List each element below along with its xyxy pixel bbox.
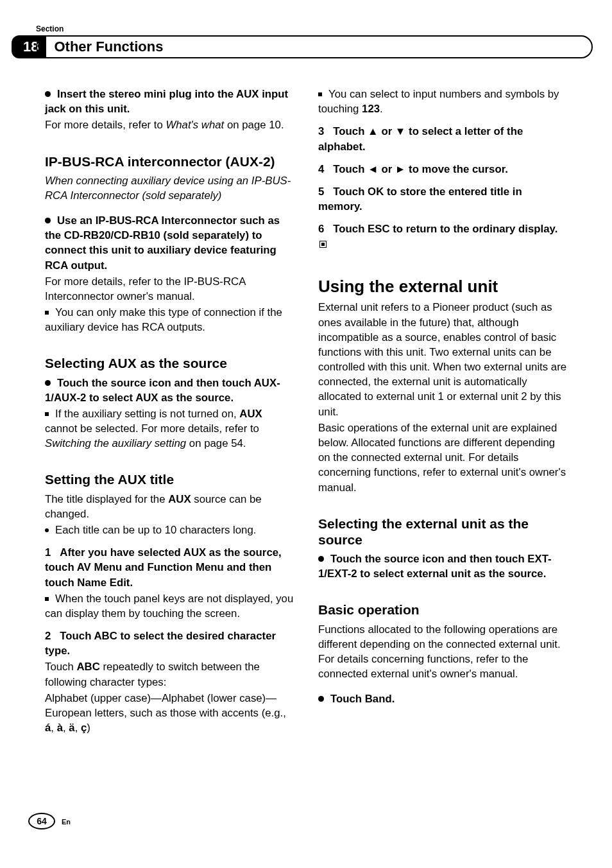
text: on page 54. [186, 437, 246, 449]
text: You can only make this type of connectio… [45, 306, 282, 333]
section-label: Section [36, 24, 64, 33]
heading-select-external: Selecting the external unit as the sourc… [318, 516, 567, 548]
arrow-left-icon: ◄ [368, 163, 378, 175]
text: . [380, 103, 383, 115]
text: 123 [362, 103, 380, 115]
step-2-body2: Alphabet (upper case)—Alphabet (lower ca… [45, 691, 294, 736]
heading-set-title: Setting the AUX title [45, 471, 294, 487]
text: Touch ABC to select the desired characte… [45, 630, 276, 657]
text: Touch the source icon and then touch AUX… [45, 377, 280, 404]
ipbus-note: You can only make this type of connectio… [45, 305, 294, 334]
heading-ipbus: IP-BUS-RCA interconnector (AUX-2) [45, 153, 294, 169]
select-aux-lead: Touch the source icon and then touch AUX… [45, 376, 294, 405]
text: ç [81, 722, 87, 734]
step-num: 2 [45, 630, 51, 642]
step-1: 1 After you have selected AUX as the sou… [45, 545, 294, 590]
text: or [378, 125, 395, 137]
set-title-bullet: Each title can be up to 10 characters lo… [45, 523, 294, 537]
set-title-body: The title displayed for the AUX source c… [45, 492, 294, 521]
step-num: 6 [318, 223, 324, 235]
insert-stereo-body: For more details, refer to What's what o… [45, 117, 294, 132]
arrow-right-icon: ► [395, 163, 406, 175]
bullet-dot-icon [45, 91, 51, 97]
arrow-up-icon: ▲ [368, 125, 378, 137]
bullet-dot-icon [318, 696, 324, 702]
text: ä [69, 722, 74, 734]
text: à [57, 722, 63, 734]
page-footer: 64 En [28, 813, 71, 829]
text: Touch OK to store the entered title in m… [318, 186, 522, 213]
bullet-dot-icon [45, 528, 49, 532]
text: á [45, 722, 51, 734]
text: ABC [76, 661, 99, 673]
bullet-dot-icon [318, 556, 324, 562]
text: Touch [45, 661, 76, 673]
end-square-icon [319, 241, 327, 248]
text: Insert the stereo mini plug into the AUX… [45, 88, 288, 115]
text: , [75, 722, 81, 734]
step-num: 4 [318, 163, 324, 175]
right-top-note: You can select to input numbers and symb… [318, 87, 567, 116]
step-num: 3 [318, 125, 324, 137]
text: Touch the source icon and then touch EXT… [318, 553, 552, 580]
bullet-square-icon [318, 92, 322, 96]
text: You can select to input numbers and symb… [318, 88, 559, 115]
page-number: 64 [28, 813, 55, 829]
bullet-dot-icon [45, 380, 51, 386]
text: Touch ESC to return to the ordinary disp… [333, 223, 557, 235]
ipbus-lead: Use an IP-BUS-RCA Interconnector such as… [45, 213, 294, 273]
text: to move the cursor. [405, 163, 507, 175]
text: Use an IP-BUS-RCA Interconnector such as… [45, 214, 280, 272]
select-aux-note: If the auxiliary setting is not turned o… [45, 406, 294, 451]
text: The title displayed for the [45, 493, 168, 505]
text: Touch [333, 125, 368, 137]
ipbus-italic: When connecting auxiliary device using a… [45, 173, 294, 203]
basic-lead: Touch Band. [318, 691, 567, 706]
step-4: 4 Touch ◄ or ► to move the cursor. [318, 162, 567, 177]
bullet-square-icon [45, 597, 49, 601]
text: , [63, 722, 69, 734]
step-6: 6 Touch ESC to return to the ordinary di… [318, 221, 567, 251]
step-2: 2 Touch ABC to select the desired charac… [45, 629, 294, 658]
text: Touch [333, 163, 368, 175]
text: After you have selected AUX as the sourc… [45, 546, 282, 588]
content-columns: Insert the stereo mini plug into the AUX… [45, 87, 567, 736]
text: When the touch panel keys are not displa… [45, 593, 293, 620]
text: If the auxiliary setting is not turned o… [55, 408, 239, 420]
bullet-dot-icon [45, 218, 51, 223]
text: Switching the auxiliary setting [45, 437, 186, 449]
step-2-body1: Touch ABC repeatedly to switch between t… [45, 659, 294, 689]
ext-para2: Basic operations of the external unit ar… [318, 421, 567, 495]
text: For more details, refer to [45, 119, 166, 131]
bullet-square-icon [45, 412, 49, 416]
text: ) [87, 722, 90, 734]
section-title: Other Functions [36, 35, 593, 58]
step-num: 1 [45, 546, 51, 559]
heading-basic-operation: Basic operation [318, 602, 567, 618]
select-external-lead: Touch the source icon and then touch EXT… [318, 551, 567, 581]
right-column: You can select to input numbers and symb… [318, 87, 567, 736]
ext-para1: External unit refers to a Pioneer produc… [318, 300, 567, 419]
insert-stereo-lead: Insert the stereo mini plug into the AUX… [45, 87, 294, 116]
bullet-square-icon [45, 311, 49, 315]
text: on page 10. [224, 119, 284, 131]
arrow-down-icon: ▼ [395, 125, 406, 137]
text: What's what [166, 119, 224, 131]
page-header: 18 Other Functions [12, 35, 593, 58]
text: AUX [168, 493, 191, 505]
left-column: Insert the stereo mini plug into the AUX… [45, 87, 294, 736]
text: Touch Band. [330, 693, 395, 705]
text: , [51, 722, 56, 734]
step-3: 3 Touch ▲ or ▼ to select a letter of the… [318, 124, 567, 153]
text: Alphabet (upper case)—Alphabet (lower ca… [45, 692, 286, 719]
step-5: 5 Touch OK to store the entered title in… [318, 184, 567, 214]
ipbus-body: For more details, refer to the IP-BUS-RC… [45, 274, 294, 304]
page-lang: En [62, 818, 71, 826]
basic-body: Functions allocated to the following ope… [318, 622, 567, 682]
text: cannot be selected. For more details, re… [45, 422, 259, 435]
step-num: 5 [318, 186, 324, 198]
heading-external-unit: Using the external unit [318, 277, 567, 297]
text: or [378, 163, 395, 175]
text: Each title can be up to 10 characters lo… [55, 524, 256, 536]
step-1-note: When the touch panel keys are not displa… [45, 591, 294, 621]
